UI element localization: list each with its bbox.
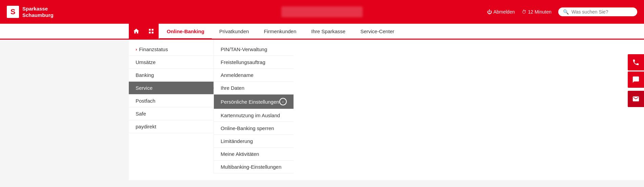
left-menu-safe[interactable]: Safe xyxy=(129,107,214,120)
nav-item-online-banking[interactable]: Online-Banking xyxy=(159,24,212,39)
chevron-right-icon: › xyxy=(136,47,137,52)
left-menu-umsaetze[interactable]: Umsätze xyxy=(129,56,214,69)
header: S Sparkasse Schaumburg ⏻ Abmelden ⏱ 12 M… xyxy=(0,0,644,24)
nav-item-privatkunden[interactable]: Privatkunden xyxy=(212,24,257,39)
header-right: ⏻ Abmelden ⏱ 12 Minuten 🔍 xyxy=(487,7,637,16)
active-arrow xyxy=(210,84,214,92)
right-menu-limitaenderung[interactable]: Limitänderung xyxy=(214,135,294,148)
side-actions xyxy=(628,54,644,107)
mail-button[interactable] xyxy=(628,91,644,107)
right-menu-persoenliche-einstellungen[interactable]: Persönliche Einstellungen › xyxy=(214,95,294,109)
phone-button[interactable] xyxy=(628,54,644,70)
nav-item-service-center[interactable]: Service-Center xyxy=(353,24,402,39)
right-menu-meine-aktivitaeten[interactable]: Meine Aktivitäten xyxy=(214,148,294,161)
right-menu-kartennutzung[interactable]: Kartennutzung im Ausland xyxy=(214,109,294,122)
power-icon: ⏻ xyxy=(487,9,492,15)
right-menu-anmeldename[interactable]: Anmeldename xyxy=(214,69,294,82)
nav-bar: Online-Banking Privatkunden Firmenkunden… xyxy=(0,24,644,40)
search-icon: 🔍 xyxy=(563,9,569,15)
left-menu: › Finanzstatus Umsätze Banking Service P… xyxy=(129,40,214,173)
mail-icon xyxy=(632,95,640,103)
nav-item-ihre-sparkasse[interactable]: Ihre Sparkasse xyxy=(304,24,353,39)
left-menu-banking[interactable]: Banking xyxy=(129,69,214,82)
right-menu: PIN/TAN-Verwaltung Freistellungsauftrag … xyxy=(214,40,294,173)
clock-icon: ⏱ xyxy=(522,9,526,15)
left-menu-postfach[interactable]: Postfach xyxy=(129,95,214,107)
left-menu-paydirekt[interactable]: paydirekt xyxy=(129,120,214,133)
logout-button[interactable]: ⏻ Abmelden xyxy=(487,9,515,15)
search-box: 🔍 xyxy=(558,7,637,16)
left-menu-service[interactable]: Service xyxy=(129,82,214,95)
phone-icon xyxy=(632,59,640,66)
left-menu-finanzstatus[interactable]: › Finanzstatus xyxy=(129,43,214,56)
nav-home-button[interactable] xyxy=(129,24,144,39)
search-input[interactable] xyxy=(571,9,632,15)
chat-button[interactable] xyxy=(628,71,644,88)
logo-area: S Sparkasse Schaumburg xyxy=(7,5,54,19)
right-menu-ihre-daten[interactable]: Ihre Daten xyxy=(214,82,294,95)
time-display[interactable]: ⏱ 12 Minuten xyxy=(522,9,551,15)
main-content: › Finanzstatus Umsätze Banking Service P… xyxy=(129,40,644,180)
header-center xyxy=(281,6,363,17)
sparkasse-logo-s: S xyxy=(7,6,19,18)
right-menu-pin-tan[interactable]: PIN/TAN-Verwaltung xyxy=(214,43,294,56)
logo-text: Sparkasse Schaumburg xyxy=(22,5,54,19)
nav-item-firmenkunden[interactable]: Firmenkunden xyxy=(256,24,304,39)
right-menu-online-banking-sperren[interactable]: Online-Banking sperren xyxy=(214,122,294,135)
user-info xyxy=(281,6,363,17)
right-menu-multibanking[interactable]: Multibanking-Einstellungen xyxy=(214,161,294,173)
circle-arrow-icon: › xyxy=(279,98,287,105)
nav-grid-button[interactable] xyxy=(144,24,159,39)
chat-icon xyxy=(632,76,640,83)
right-menu-freistellungsauftrag[interactable]: Freistellungsauftrag xyxy=(214,56,294,69)
